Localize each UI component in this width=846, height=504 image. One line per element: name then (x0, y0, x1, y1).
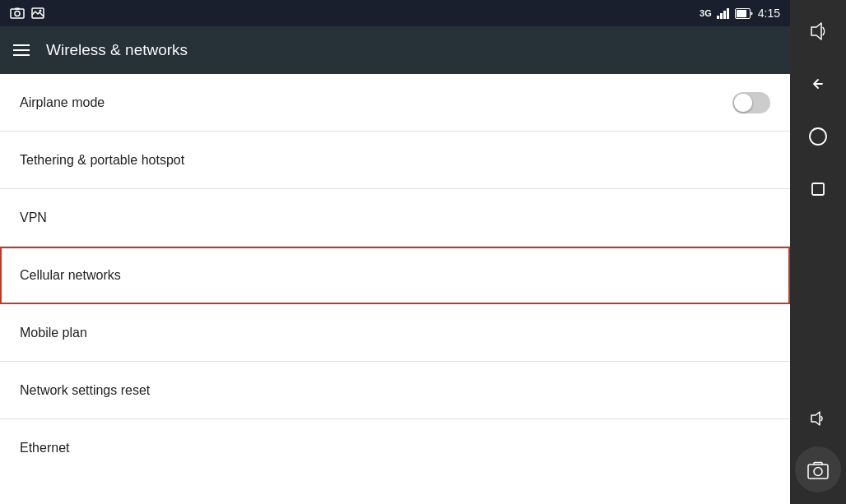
main-area: 3G 4:15 Wireless & networks (0, 0, 790, 504)
svg-rect-5 (717, 16, 719, 19)
settings-item-label-vpn: VPN (20, 210, 47, 225)
image-notif-icon (31, 7, 44, 19)
settings-item-ethernet[interactable]: Ethernet (0, 419, 790, 477)
status-bar: 3G 4:15 (0, 0, 790, 26)
svg-marker-14 (811, 412, 820, 425)
settings-item-mobile-plan[interactable]: Mobile plan (0, 304, 790, 362)
volume-up-button[interactable] (793, 7, 843, 56)
signal-indicator: 3G (700, 8, 712, 18)
back-button[interactable] (793, 59, 843, 109)
svg-marker-11 (811, 23, 821, 39)
svg-point-4 (40, 10, 42, 12)
app-bar: Wireless & networks (0, 26, 790, 74)
recents-button[interactable] (793, 164, 843, 214)
svg-point-12 (810, 128, 826, 145)
svg-point-1 (15, 12, 20, 16)
menu-button[interactable] (13, 44, 30, 56)
volume-down-button[interactable] (793, 394, 843, 443)
svg-rect-13 (812, 183, 824, 195)
side-nav (790, 0, 846, 504)
settings-item-label-tethering: Tethering & portable hotspot (20, 153, 184, 168)
svg-rect-2 (15, 8, 20, 10)
settings-item-network-settings-reset[interactable]: Network settings reset (0, 362, 790, 419)
svg-rect-0 (11, 9, 24, 18)
page-title: Wireless & networks (46, 41, 188, 59)
camera-button[interactable] (795, 446, 841, 492)
svg-rect-10 (737, 10, 746, 17)
settings-list: Airplane modeTethering & portable hotspo… (0, 74, 790, 504)
battery-icon (735, 8, 753, 19)
settings-item-label-network-settings-reset: Network settings reset (20, 383, 150, 398)
svg-rect-6 (720, 13, 723, 19)
status-bar-right: 3G 4:15 (700, 7, 780, 20)
settings-item-label-ethernet: Ethernet (20, 441, 69, 455)
svg-rect-15 (808, 465, 828, 479)
settings-item-tethering[interactable]: Tethering & portable hotspot (0, 132, 790, 189)
settings-item-label-mobile-plan: Mobile plan (20, 326, 87, 340)
signal-bars-icon (717, 7, 730, 19)
settings-item-label-airplane-mode: Airplane mode (20, 95, 105, 110)
status-bar-left (10, 7, 695, 19)
svg-rect-7 (723, 11, 726, 19)
clock: 4:15 (758, 7, 780, 20)
settings-item-label-cellular-networks: Cellular networks (20, 268, 121, 283)
settings-item-cellular-networks[interactable]: Cellular networks (0, 247, 790, 304)
toggle-airplane-mode[interactable] (732, 92, 770, 113)
home-button[interactable] (793, 112, 843, 161)
svg-point-16 (814, 468, 822, 476)
settings-item-vpn[interactable]: VPN (0, 189, 790, 247)
svg-rect-8 (727, 8, 729, 19)
settings-item-airplane-mode[interactable]: Airplane mode (0, 74, 790, 132)
photo-notif-icon (10, 7, 25, 19)
